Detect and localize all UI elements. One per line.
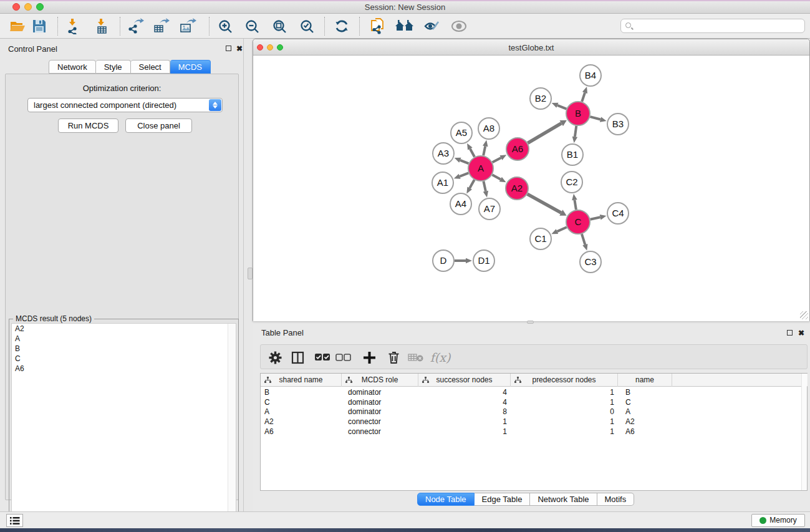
graph-node-A6[interactable]: A6 — [506, 138, 529, 160]
style-preview-icon[interactable] — [421, 16, 442, 37]
column-header-predecessor-nodes[interactable]: predecessor nodes — [511, 374, 618, 387]
table-cell[interactable]: 0 — [511, 407, 618, 417]
edge-C-C2[interactable] — [574, 200, 576, 210]
tab-edge-table[interactable]: Edge Table — [475, 493, 531, 506]
memory-button[interactable]: Memory — [751, 514, 805, 527]
open-file-icon[interactable] — [7, 16, 28, 37]
export-image-icon[interactable] — [177, 16, 198, 37]
first-neighbors-icon[interactable] — [394, 16, 415, 37]
edge-A-A6[interactable] — [493, 158, 501, 162]
column-header-successor-nodes[interactable]: successor nodes — [418, 374, 511, 387]
graph-node-C[interactable]: C — [566, 210, 590, 234]
table-float-icon[interactable] — [787, 330, 793, 336]
table-cell[interactable]: 4 — [418, 387, 511, 397]
mcds-result-item[interactable]: A2 — [12, 324, 236, 334]
clone-network-icon[interactable] — [367, 16, 388, 37]
graph-node-C3[interactable]: C3 — [580, 251, 601, 273]
tab-mcds[interactable]: MCDS — [170, 60, 211, 74]
import-table-icon[interactable] — [92, 16, 113, 37]
table-cell[interactable]: connector — [342, 417, 418, 427]
tab-motifs[interactable]: Motifs — [597, 493, 635, 506]
table-scrollbar[interactable] — [801, 374, 807, 490]
graph-node-C2[interactable]: C2 — [561, 172, 582, 193]
edge-B-B3[interactable] — [590, 117, 600, 119]
resize-grip-icon[interactable] — [800, 311, 808, 319]
table-close-icon[interactable]: ✖ — [798, 330, 804, 336]
table-cell[interactable]: 1 — [511, 387, 618, 397]
mcds-result-item[interactable]: A6 — [12, 364, 236, 374]
show-hide-graphics-icon[interactable] — [448, 16, 470, 37]
split-columns-icon[interactable] — [287, 347, 307, 367]
table-cell[interactable]: C — [618, 397, 672, 407]
network-canvas[interactable]: ABCA2A6A1A3A4A5A7A8B1B2B3B4C1C2C3C4DD1 — [253, 56, 809, 321]
table-cell[interactable]: 8 — [418, 407, 511, 417]
table-cell[interactable]: B — [618, 387, 672, 397]
mcds-result-item[interactable]: C — [12, 354, 236, 364]
table-cell[interactable]: A2 — [261, 417, 342, 427]
edge-A-A7[interactable] — [483, 181, 485, 191]
edge-A-A4[interactable] — [470, 180, 475, 188]
column-header-shared-name[interactable]: shared name — [261, 374, 342, 387]
mcds-list-scrollbar[interactable] — [228, 324, 236, 531]
graph-node-A[interactable]: A — [468, 156, 493, 181]
add-column-icon[interactable] — [359, 347, 379, 367]
export-table-icon[interactable] — [151, 16, 172, 37]
refresh-view-icon[interactable] — [331, 16, 352, 37]
mcds-result-list[interactable]: A2ABCA6 — [11, 323, 236, 531]
graph-node-A7[interactable]: A7 — [479, 198, 500, 220]
network-graph[interactable]: ABCA2A6A1A3A4A5A7A8B1B2B3B4C1C2C3C4DD1 — [253, 56, 809, 321]
edge-A-A1[interactable] — [460, 173, 468, 176]
table-cell[interactable]: A — [618, 407, 672, 417]
table-cell[interactable]: 1 — [511, 417, 618, 427]
graph-node-A4[interactable]: A4 — [450, 193, 471, 215]
table-cell[interactable]: dominator — [342, 407, 418, 417]
graph-node-B4[interactable]: B4 — [580, 65, 601, 86]
graph-node-B2[interactable]: B2 — [530, 88, 551, 109]
graph-node-C4[interactable]: C4 — [607, 203, 629, 224]
search-input[interactable] — [635, 20, 801, 32]
table-options-gear-icon[interactable] — [265, 347, 285, 367]
edge-A6-B[interactable] — [528, 123, 561, 143]
table-cell[interactable]: A6 — [261, 427, 342, 437]
table-cell[interactable]: 1 — [511, 397, 618, 407]
graph-node-C1[interactable]: C1 — [530, 228, 551, 249]
close-panel-icon[interactable]: ✖ — [236, 46, 243, 52]
table-cell[interactable]: A2 — [618, 417, 672, 427]
table-row[interactable]: Bdominator41B — [261, 387, 797, 397]
table-cell[interactable]: dominator — [342, 387, 418, 397]
graph-node-A5[interactable]: A5 — [451, 122, 472, 143]
optimization-criterion-select[interactable]: largest connected component (directed) — [27, 98, 223, 112]
import-network-icon[interactable] — [63, 16, 84, 37]
graph-node-A3[interactable]: A3 — [433, 143, 454, 164]
graph-node-A2[interactable]: A2 — [506, 177, 528, 200]
export-network-icon[interactable] — [125, 16, 147, 37]
graph-node-B1[interactable]: B1 — [562, 144, 583, 165]
mcds-result-item[interactable]: A — [12, 334, 236, 344]
network-window-titlebar[interactable]: testGlobe.txt — [253, 39, 809, 56]
zoom-fit-icon[interactable] — [269, 16, 290, 37]
tab-network[interactable]: Network — [49, 60, 96, 74]
zoom-out-icon[interactable] — [241, 16, 263, 37]
deselect-all-icon[interactable] — [333, 347, 353, 367]
edge-C-C1[interactable] — [557, 227, 566, 231]
task-history-button[interactable] — [6, 514, 23, 527]
edge-B-B4[interactable] — [582, 93, 585, 102]
edge-C-C3[interactable] — [582, 234, 585, 244]
function-builder-icon[interactable]: f(x) — [430, 347, 450, 367]
edge-A-A8[interactable] — [483, 146, 485, 155]
table-row[interactable]: A2connector11A2 — [261, 417, 797, 427]
table-row[interactable]: A6connector11A6 — [261, 427, 797, 437]
table-cell[interactable]: 1 — [418, 427, 511, 437]
select-all-check-icon[interactable] — [312, 347, 332, 367]
float-panel-icon[interactable] — [226, 46, 231, 51]
column-header-name[interactable]: name — [618, 374, 672, 387]
graph-node-A8[interactable]: A8 — [478, 118, 499, 139]
table-cell[interactable]: C — [261, 397, 342, 407]
edge-A-A5[interactable] — [470, 148, 475, 157]
delete-table-icon[interactable] — [406, 347, 426, 367]
edge-A-A3[interactable] — [460, 160, 469, 163]
tab-node-table[interactable]: Node Table — [417, 493, 475, 506]
horizontal-splitter-handle[interactable] — [527, 321, 534, 324]
tab-network-table[interactable]: Network Table — [530, 493, 597, 506]
table-cell[interactable]: connector — [342, 427, 418, 437]
